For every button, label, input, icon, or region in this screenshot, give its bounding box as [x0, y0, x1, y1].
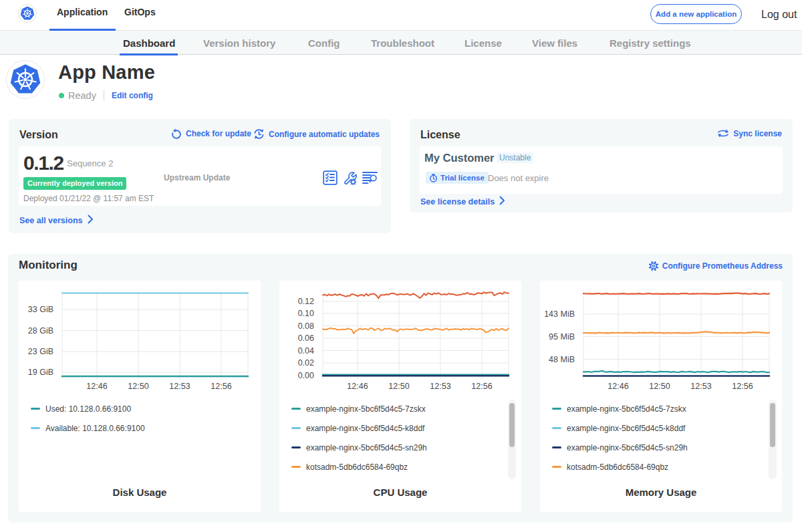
svg-text:23 GiB: 23 GiB — [28, 347, 53, 356]
svg-text:12:53: 12:53 — [430, 382, 450, 391]
svg-text:12:46: 12:46 — [86, 382, 107, 391]
svg-text:12:46: 12:46 — [347, 382, 368, 391]
svg-text:95 MiB: 95 MiB — [549, 332, 575, 342]
svg-text:12:56: 12:56 — [732, 382, 753, 391]
svg-text:12:56: 12:56 — [471, 382, 492, 391]
svg-text:12:50: 12:50 — [649, 382, 670, 391]
svg-text:0.00: 0.00 — [298, 371, 314, 380]
svg-text:48 MiB: 48 MiB — [549, 355, 575, 364]
svg-text:12:50: 12:50 — [388, 382, 409, 391]
svg-text:12:46: 12:46 — [608, 382, 628, 391]
svg-text:0.12: 0.12 — [298, 297, 314, 306]
svg-text:0.08: 0.08 — [298, 321, 314, 331]
svg-text:143 MiB: 143 MiB — [544, 309, 575, 319]
svg-text:0.04: 0.04 — [298, 346, 314, 356]
svg-text:0.02: 0.02 — [298, 358, 314, 368]
svg-text:12:56: 12:56 — [211, 382, 231, 391]
svg-text:0.06: 0.06 — [298, 334, 314, 343]
svg-text:12:53: 12:53 — [690, 382, 711, 391]
svg-text:12:50: 12:50 — [128, 382, 148, 391]
svg-text:28 GiB: 28 GiB — [28, 326, 53, 336]
svg-text:19 GiB: 19 GiB — [28, 368, 53, 377]
svg-text:33 GiB: 33 GiB — [28, 305, 53, 314]
svg-text:0.10: 0.10 — [298, 309, 314, 318]
svg-text:12:53: 12:53 — [169, 382, 190, 391]
